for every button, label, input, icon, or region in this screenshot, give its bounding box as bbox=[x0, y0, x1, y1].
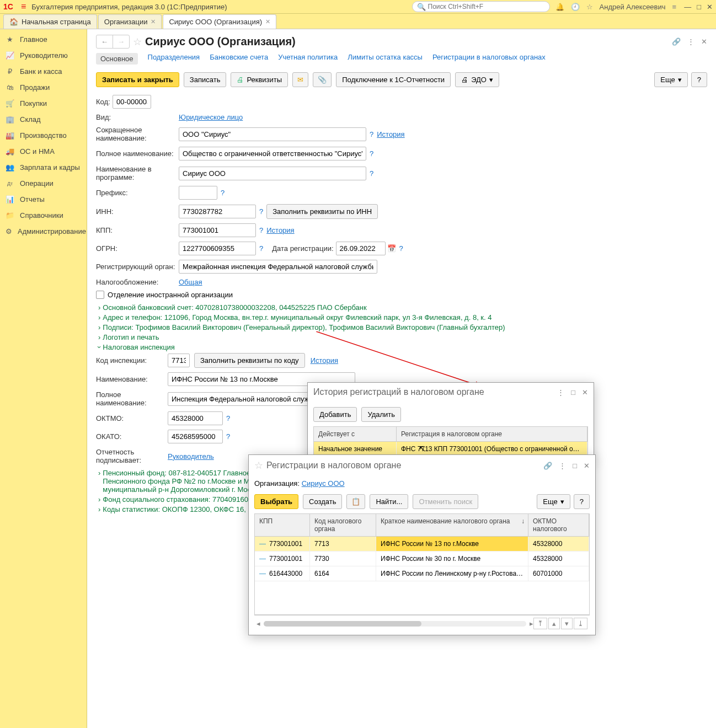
more-button[interactable]: Еще ▾ bbox=[654, 72, 687, 87]
help-icon[interactable]: ? bbox=[226, 414, 230, 422]
ogrn-input[interactable] bbox=[179, 242, 256, 255]
help-icon[interactable]: ? bbox=[259, 244, 263, 253]
sidebar-item-production[interactable]: 🏭Производство bbox=[0, 127, 87, 143]
cancel-find-button[interactable]: Отменить поиск bbox=[413, 494, 478, 509]
scroll-bottom-icon[interactable]: ⤓ bbox=[574, 618, 587, 629]
regdate-input[interactable] bbox=[336, 242, 386, 255]
scroll-down-icon[interactable]: ▾ bbox=[561, 618, 573, 629]
help-icon[interactable]: ? bbox=[226, 432, 230, 441]
minimize-icon[interactable]: — bbox=[684, 3, 691, 11]
menu-icon[interactable]: ≡ bbox=[21, 2, 26, 12]
sidebar-item-catalogs[interactable]: 📁Справочники bbox=[0, 207, 87, 223]
type-link[interactable]: Юридическое лицо bbox=[179, 113, 243, 121]
tab-home[interactable]: 🏠 Начальная страница bbox=[3, 14, 97, 29]
scroll-top-icon[interactable]: ⤒ bbox=[533, 618, 547, 629]
sidebar-item-manager[interactable]: 📈Руководителю bbox=[0, 47, 87, 63]
bell-icon[interactable]: 🔔 bbox=[555, 3, 564, 11]
progname-input[interactable] bbox=[179, 167, 366, 180]
shortname-input[interactable] bbox=[179, 127, 366, 141]
subtab-taxreg[interactable]: Регистрации в налоговых органах bbox=[432, 53, 546, 65]
scroll-thumb[interactable] bbox=[264, 621, 421, 627]
bank-link[interactable]: Основной банковский счет: 40702810738000… bbox=[103, 303, 366, 312]
tab-sirius[interactable]: Сириус ООО (Организация) ✕ bbox=[163, 14, 276, 29]
col-kpp[interactable]: КПП bbox=[255, 514, 310, 536]
back-button[interactable]: ← bbox=[97, 35, 113, 48]
sidebar-item-reports[interactable]: 📊Отчеты bbox=[0, 191, 87, 207]
favorite-icon[interactable]: ☆ bbox=[133, 36, 142, 48]
help-button[interactable]: ? bbox=[691, 72, 707, 87]
table-row[interactable]: —616443000 6164 ИФНС России по Ленинском… bbox=[255, 566, 589, 581]
sidebar-item-main[interactable]: ★Главное bbox=[0, 31, 87, 47]
address-link[interactable]: Адрес и телефон: 121096, Город Москва, в… bbox=[103, 313, 491, 322]
calendar-icon[interactable]: 📅 bbox=[387, 244, 396, 253]
subtab-divisions[interactable]: Подразделения bbox=[148, 53, 200, 65]
maximize-icon[interactable]: □ bbox=[697, 3, 701, 11]
sidebar-item-warehouse[interactable]: 🏢Склад bbox=[0, 111, 87, 127]
delete-button[interactable]: Удалить bbox=[361, 407, 401, 422]
fullname-input[interactable] bbox=[179, 147, 366, 160]
tax-link[interactable]: Общая bbox=[179, 278, 202, 286]
props-button[interactable]: 🖨Реквизиты bbox=[231, 72, 288, 87]
help-icon[interactable]: ? bbox=[259, 226, 263, 234]
tab-close-icon[interactable]: ✕ bbox=[151, 18, 156, 25]
tab-close-icon[interactable]: ✕ bbox=[265, 18, 270, 25]
chevron-right-icon[interactable]: › bbox=[98, 505, 100, 513]
okato-input[interactable] bbox=[168, 430, 223, 443]
code-input[interactable] bbox=[113, 95, 151, 109]
col-oktmo[interactable]: ОКТМО налогового bbox=[528, 514, 589, 536]
history-link[interactable]: История bbox=[377, 130, 404, 138]
fill-by-inn-button[interactable]: Заполнить реквизиты по ИНН bbox=[266, 204, 378, 219]
settings-icon[interactable]: ≡ bbox=[672, 3, 677, 11]
horizontal-scrollbar[interactable]: ◂ ▸ ⤒ ▴ ▾ ⤓ bbox=[254, 615, 590, 631]
sidebar-item-bank[interactable]: ₽Банк и касса bbox=[0, 63, 87, 79]
chevron-down-icon[interactable]: › bbox=[95, 346, 104, 348]
signatures-link[interactable]: Подписи: Трофимов Василий Викторович (Ге… bbox=[103, 323, 505, 331]
help-icon[interactable]: ? bbox=[370, 130, 373, 138]
col-effective[interactable]: Действует с bbox=[314, 427, 397, 441]
scroll-right-icon[interactable]: ▸ bbox=[530, 619, 533, 628]
mail-button[interactable]: ✉ bbox=[292, 72, 308, 87]
col-registration[interactable]: Регистрация в налоговом органе bbox=[397, 427, 587, 441]
inspcode-input[interactable] bbox=[168, 354, 190, 367]
help-button[interactable]: ? bbox=[574, 494, 590, 509]
forward-button[interactable]: → bbox=[113, 35, 129, 48]
sidebar-item-admin[interactable]: ⚙Администрирование bbox=[0, 223, 87, 239]
close-icon[interactable]: ✕ bbox=[582, 388, 588, 397]
scroll-up-icon[interactable]: ▴ bbox=[548, 618, 560, 629]
prefix-input[interactable] bbox=[179, 186, 217, 200]
taxinsp-link[interactable]: Налоговая инспекция bbox=[103, 343, 175, 351]
maximize-icon[interactable]: □ bbox=[571, 388, 575, 397]
history-link[interactable]: История bbox=[311, 356, 338, 365]
maximize-icon[interactable]: □ bbox=[573, 462, 577, 470]
sidebar-item-assets[interactable]: 🚚ОС и НМА bbox=[0, 143, 87, 159]
regauth-input[interactable] bbox=[179, 260, 377, 274]
more-icon[interactable]: ⋮ bbox=[559, 462, 566, 470]
close-form-icon[interactable]: ✕ bbox=[701, 38, 707, 46]
table-row[interactable]: —773001001 7713 ИФНС России № 13 по г.Мо… bbox=[255, 537, 589, 552]
subtab-cash[interactable]: Лимиты остатка кассы bbox=[348, 53, 423, 65]
add-button[interactable]: Добавить bbox=[313, 407, 357, 422]
copy-button[interactable]: 📋 bbox=[346, 494, 365, 509]
col-code[interactable]: Код налогового органа bbox=[310, 514, 376, 536]
chevron-right-icon[interactable]: › bbox=[98, 323, 100, 331]
link-icon[interactable]: 🔗 bbox=[672, 38, 681, 46]
foreign-checkbox[interactable] bbox=[96, 291, 104, 299]
org-link[interactable]: Сириус ООО bbox=[302, 479, 345, 488]
kpp-input[interactable] bbox=[179, 223, 256, 237]
attach-button[interactable]: 📎 bbox=[313, 72, 332, 87]
select-button[interactable]: Выбрать bbox=[254, 494, 298, 509]
star-icon[interactable]: ☆ bbox=[586, 3, 593, 11]
table-row[interactable]: —773001001 7730 ИФНС России № 30 по г. М… bbox=[255, 552, 589, 566]
search-box[interactable]: 🔍 bbox=[412, 1, 550, 12]
fill-by-code-button[interactable]: Заполнить реквизиты по коду bbox=[194, 353, 305, 368]
subtab-bank[interactable]: Банковские счета bbox=[210, 53, 268, 65]
sidebar-item-salary[interactable]: 👥Зарплата и кадры bbox=[0, 159, 87, 175]
chevron-right-icon[interactable]: › bbox=[98, 495, 100, 504]
subtab-main[interactable]: Основное bbox=[96, 53, 138, 65]
create-button[interactable]: Создать bbox=[303, 494, 342, 509]
more-icon[interactable]: ⋮ bbox=[557, 388, 564, 397]
history-link[interactable]: История bbox=[266, 226, 294, 234]
chevron-right-icon[interactable]: › bbox=[98, 333, 100, 341]
find-button[interactable]: Найти... bbox=[370, 494, 408, 509]
connect-1c-button[interactable]: Подключение к 1С-Отчетности bbox=[336, 72, 451, 87]
